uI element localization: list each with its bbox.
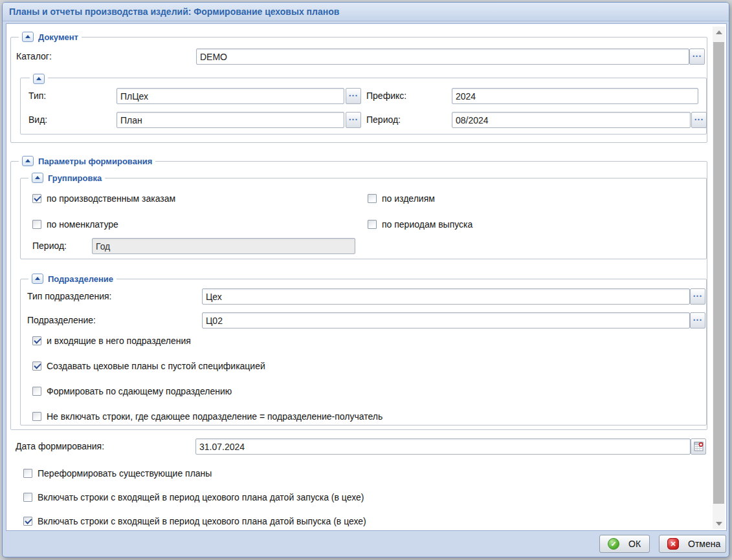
checkbox-by-nomenclature[interactable] [32, 220, 41, 229]
params-legend: Параметры формирования [19, 155, 155, 167]
division-input[interactable] [202, 312, 690, 328]
ok-button[interactable]: ✓ ОК [599, 535, 650, 553]
dialog-title: Планы и отчеты производства изделий: Фор… [9, 6, 339, 17]
checkbox-label-by-production-orders: по производственным заказам [47, 192, 175, 205]
document-groupbox: Документ Каталог: Тип: Префикс: Вид: Пер… [10, 37, 707, 143]
checkbox-exclude-same-division-rows[interactable] [32, 412, 41, 421]
grouping-period-input [92, 238, 355, 254]
params-groupbox: Параметры формирования Группировка по пр… [10, 161, 707, 430]
dialog-content: Документ Каталог: Тип: Префикс: Вид: Пер… [6, 23, 727, 531]
division-type-label: Тип подразделения: [27, 288, 111, 305]
calendar-icon [694, 442, 704, 451]
dialog-window: Планы и отчеты производства изделий: Фор… [2, 2, 729, 557]
scroll-down-button[interactable] [713, 518, 725, 529]
ok-button-label: ОК [628, 539, 641, 549]
footer-bar: ✓ ОК ✕ Отмена [3, 531, 729, 557]
division-legend: Подразделение [28, 272, 116, 285]
collapse-button-grouping[interactable] [32, 173, 43, 183]
prefix-input[interactable] [452, 88, 698, 104]
type-input[interactable] [116, 88, 344, 104]
x-square-icon: ✕ [667, 538, 679, 550]
title-bar[interactable]: Планы и отчеты производства изделий: Фор… [3, 3, 729, 21]
checkbox-create-empty-spec-plans[interactable] [32, 361, 41, 371]
division-groupbox: Подразделение Тип подразделения: Подразд… [20, 279, 707, 425]
formation-date-label: Дата формирования: [16, 438, 104, 455]
grouping-legend-label: Группировка [48, 173, 102, 183]
kind-input[interactable] [116, 112, 344, 128]
document-legend: Документ [19, 30, 82, 43]
checkbox-label-by-release-periods: по периодам выпуска [382, 218, 472, 231]
formation-date-input[interactable] [195, 438, 691, 455]
checkbox-include-subdivisions[interactable] [32, 336, 41, 345]
division-label: Подразделение: [27, 312, 96, 328]
vertical-scrollbar[interactable] [713, 27, 725, 529]
document-subgroup-legend [30, 72, 48, 85]
collapse-button-subgroup[interactable] [33, 74, 45, 84]
checkbox-label-include-release-date-rows: Включать строки с входящей в период цехо… [38, 515, 366, 528]
collapse-button-document[interactable] [22, 32, 34, 42]
catalog-browse-button[interactable] [689, 48, 705, 65]
grouping-groupbox: Группировка по производственным заказам … [20, 178, 707, 259]
checkbox-by-products[interactable] [368, 194, 377, 203]
period-browse-button[interactable] [691, 112, 707, 128]
kind-label: Вид: [28, 112, 47, 128]
collapse-button-params[interactable] [22, 156, 34, 166]
checkbox-by-release-periods[interactable] [368, 220, 377, 229]
division-legend-label: Подразделение [48, 274, 113, 284]
division-type-browse-button[interactable] [690, 288, 705, 305]
checkbox-form-by-delivering-division[interactable] [32, 387, 41, 396]
catalog-label: Каталог: [16, 48, 52, 65]
params-legend-label: Параметры формирования [38, 156, 152, 166]
checkbox-label-by-products: по изделиям [382, 192, 435, 205]
checkbox-label-include-subdivisions: и входящие в него подразделения [47, 334, 191, 347]
document-subgroupbox: Тип: Префикс: Вид: Период: [20, 78, 707, 135]
checkbox-label-exclude-same-division-rows: Не включать строки, где сдающее подразде… [47, 410, 383, 423]
division-type-input[interactable] [202, 288, 690, 305]
checkbox-label-create-empty-spec-plans: Создавать цеховые планы с пустой специфи… [47, 360, 265, 372]
checkbox-include-launch-date-rows[interactable] [23, 493, 32, 502]
grouping-legend: Группировка [28, 171, 105, 184]
catalog-input[interactable] [196, 48, 689, 65]
cancel-button[interactable]: ✕ Отмена [659, 535, 726, 553]
checkbox-label-reform-existing-plans: Переформировать существующие планы [38, 467, 212, 480]
checkbox-reform-existing-plans[interactable] [23, 469, 32, 478]
cancel-button-label: Отмена [688, 539, 720, 549]
check-circle-icon: ✓ [608, 538, 619, 550]
scroll-up-button[interactable] [713, 27, 725, 38]
checkbox-include-release-date-rows[interactable] [23, 517, 32, 526]
collapse-button-division[interactable] [32, 274, 43, 284]
period-label: Период: [366, 112, 401, 128]
period-input[interactable] [452, 112, 691, 128]
checkbox-label-include-launch-date-rows: Включать строки с входящей в период цехо… [38, 491, 364, 504]
type-label: Тип: [28, 88, 46, 104]
checkbox-label-form-by-delivering-division: Формировать по сдающему подразделению [47, 385, 232, 398]
type-browse-button[interactable] [346, 88, 361, 104]
checkbox-by-production-orders[interactable] [32, 194, 41, 203]
grouping-period-label: Период: [32, 238, 67, 254]
kind-browse-button[interactable] [346, 112, 361, 128]
document-legend-label: Документ [38, 32, 78, 42]
checkbox-label-by-nomenclature: по номенклатуре [47, 218, 118, 231]
scrollbar-thumb[interactable] [713, 42, 724, 504]
prefix-label: Префикс: [366, 88, 406, 104]
division-browse-button[interactable] [690, 312, 705, 328]
formation-date-picker-button[interactable] [691, 438, 706, 455]
